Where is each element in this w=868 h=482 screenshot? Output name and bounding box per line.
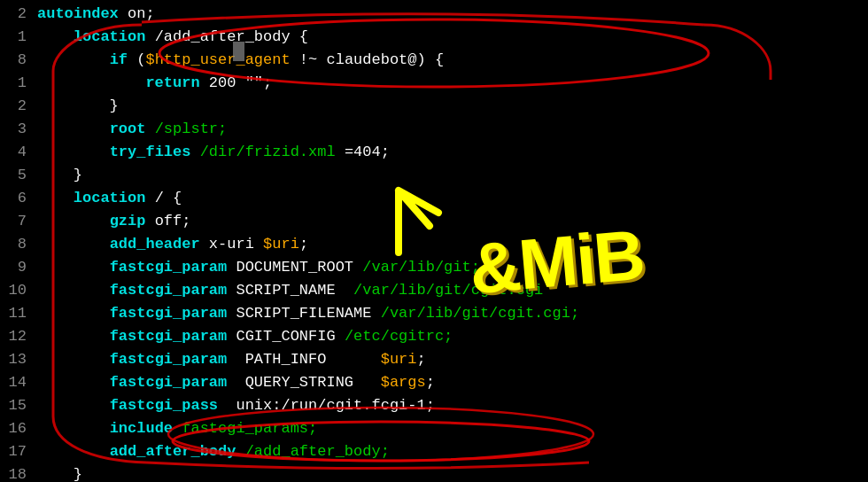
line-content: fastcgi_param CGIT_CONFIG /etc/cgitrc; [37, 326, 453, 348]
line-content: fastcgi_param SCRIPT_FILENAME /var/lib/g… [37, 303, 579, 325]
line-number: 3 [0, 119, 37, 141]
line-number: 2 [0, 96, 37, 118]
line-content: gzip off; [37, 211, 190, 233]
line-content: try_files /dir/frizid.xml =404; [37, 142, 390, 164]
line-number: 13 [0, 349, 37, 371]
line-content: autoindex on; [37, 4, 155, 26]
table-row: 9 fastcgi_param DOCUMENT_ROOT /var/lib/g… [0, 257, 868, 280]
line-number: 6 [0, 188, 37, 210]
table-row: 8 add_header x-uri $uri; [0, 234, 868, 257]
table-row: 16 include fastcgi_params; [0, 418, 868, 441]
line-content: add_header x-uri $uri; [37, 234, 308, 256]
line-number: 18 [0, 464, 37, 482]
line-content: } [37, 165, 82, 187]
line-number: 17 [0, 441, 37, 463]
table-row: 3 root /splstr; [0, 119, 868, 142]
line-number: 12 [0, 326, 37, 348]
line-number: 8 [0, 234, 37, 256]
table-row: 12 fastcgi_param CGIT_CONFIG /etc/cgitrc… [0, 326, 868, 349]
line-content: return 200 ""; [37, 73, 272, 95]
table-row: 8 if ($http_user_agent !~ claudebot@) { [0, 50, 868, 73]
line-number: 10 [0, 280, 37, 302]
line-content: location /add_after_body { [37, 27, 308, 49]
table-row: 10 fastcgi_param SCRIPT_NAME /var/lib/gi… [0, 280, 868, 303]
line-content: fastcgi_param SCRIPT_NAME /var/lib/git/c… [37, 280, 543, 302]
line-content: if ($http_user_agent !~ claudebot@) { [37, 50, 444, 72]
line-number: 5 [0, 165, 37, 187]
line-number: 8 [0, 50, 37, 72]
line-content: add_after_body /add_after_body; [37, 441, 390, 463]
line-content: root /splstr; [37, 119, 227, 141]
line-content: fastcgi_param DOCUMENT_ROOT /var/lib/git… [37, 257, 480, 279]
line-number: 1 [0, 27, 37, 49]
line-content: } [37, 96, 119, 118]
line-number: 11 [0, 303, 37, 325]
table-row: 6 location / { [0, 188, 868, 211]
table-row: 2 } [0, 96, 868, 119]
line-number: 14 [0, 372, 37, 394]
code-block: 2autoindex on;1 location /add_after_body… [0, 0, 868, 482]
line-number: 16 [0, 418, 37, 440]
table-row: 5 } [0, 165, 868, 188]
line-number: 15 [0, 395, 37, 417]
table-row: 17 add_after_body /add_after_body; [0, 441, 868, 464]
line-number: 1 [0, 73, 37, 95]
table-row: 7 gzip off; [0, 211, 868, 234]
line-number: 2 [0, 4, 37, 26]
line-content: fastcgi_param QUERY_STRING $args; [37, 372, 435, 394]
table-row: 18 } [0, 464, 868, 482]
table-row: 4 try_files /dir/frizid.xml =404; [0, 142, 868, 165]
table-row: 14 fastcgi_param QUERY_STRING $args; [0, 372, 868, 395]
table-row: 13 fastcgi_param PATH_INFO $uri; [0, 349, 868, 372]
table-row: 1 location /add_after_body { [0, 27, 868, 50]
line-number: 9 [0, 257, 37, 279]
table-row: 11 fastcgi_param SCRIPT_FILENAME /var/li… [0, 303, 868, 326]
table-row: 1 return 200 ""; [0, 73, 868, 96]
table-row: 2autoindex on; [0, 4, 868, 27]
line-number: 7 [0, 211, 37, 233]
line-content: } [37, 464, 82, 482]
line-content: fastcgi_param PATH_INFO $uri; [37, 349, 426, 371]
table-row: 15 fastcgi_pass unix:/run/cgit.fcgi-1; [0, 395, 868, 418]
line-number: 4 [0, 142, 37, 164]
line-content: include fastcgi_params; [37, 418, 317, 440]
line-content: fastcgi_pass unix:/run/cgit.fcgi-1; [37, 395, 435, 417]
line-content: location / { [37, 188, 182, 210]
